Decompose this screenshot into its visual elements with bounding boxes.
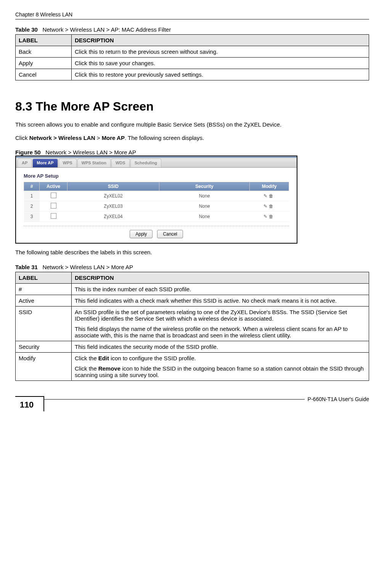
figure50-title: Network > Wireless LAN > More AP: [45, 149, 136, 156]
panel-title: More AP Setup: [24, 173, 289, 179]
table30: LABEL DESCRIPTION Back Click this to ret…: [15, 34, 369, 80]
text-fragment: Click the: [75, 355, 98, 361]
row-security: None: [159, 191, 249, 201]
table31-title: Network > Wireless LAN > More AP: [42, 264, 133, 270]
table31-label: #: [16, 283, 72, 295]
checkbox[interactable]: [51, 193, 56, 198]
table30-number: Table 30: [15, 26, 38, 33]
table30-label: Cancel: [16, 69, 72, 80]
row-index: 1: [24, 191, 40, 201]
table-row: Active This field indicates with a check…: [16, 295, 369, 306]
tab-more-ap[interactable]: More AP: [32, 159, 58, 167]
checkbox[interactable]: [51, 203, 56, 209]
col-modify: Modify: [250, 182, 289, 191]
modify-cell: ✎🗑: [250, 191, 289, 201]
col-ssid: SSID: [67, 182, 159, 191]
col-security: Security: [159, 182, 249, 191]
row-index: 3: [24, 212, 40, 222]
table30-desc: Click this to restore your previously sa…: [72, 69, 369, 80]
section-title: 8.3 The More AP Screen: [15, 100, 369, 114]
cancel-button[interactable]: Cancel: [157, 230, 183, 238]
table31-desc: Click the Edit icon to configure the SSI…: [72, 352, 369, 380]
text-fragment: icon to configure the SSID profile.: [109, 355, 196, 361]
row-index: 2: [24, 201, 40, 212]
row-security: None: [159, 201, 249, 212]
row-security: None: [159, 212, 249, 222]
tab-bar: AP More AP WPS WPS Station WDS Schedulin…: [16, 158, 297, 168]
active-checkbox-cell: [40, 212, 67, 222]
table30-label: Apply: [16, 58, 72, 69]
table31-number: Table 31: [15, 264, 38, 270]
col-active: Active: [40, 182, 67, 191]
table30-label: Back: [16, 46, 72, 58]
remove-icon[interactable]: 🗑: [269, 193, 275, 199]
tab-wds[interactable]: WDS: [111, 159, 130, 167]
text-paragraph: Click the Remove icon to hide the SSID i…: [75, 365, 366, 378]
tab-scheduling[interactable]: Scheduling: [130, 159, 161, 167]
table31-desc: This field indicates with a check mark w…: [72, 295, 369, 306]
table31-desc: This is the index number of each SSID pr…: [72, 283, 369, 295]
figure50-number: Figure 50: [15, 149, 41, 156]
text-bold: Network > Wireless LAN: [29, 135, 95, 141]
table31-desc: An SSID profile is the set of parameters…: [72, 306, 369, 341]
text-paragraph: This field displays the name of the wire…: [75, 326, 366, 339]
text-fragment: Click the: [75, 365, 98, 372]
checkbox[interactable]: [51, 213, 56, 219]
more-ap-table: # Active SSID Security Modify 1 ZyXEL02 …: [24, 182, 289, 222]
edit-icon[interactable]: ✎: [263, 214, 269, 219]
table30-desc: Click this to save your changes.: [72, 58, 369, 69]
text-bold: Remove: [98, 365, 120, 372]
figure50-caption: Figure 50 Network > Wireless LAN > More …: [15, 149, 369, 156]
edit-icon[interactable]: ✎: [263, 204, 269, 209]
apply-button[interactable]: Apply: [130, 230, 153, 238]
remove-icon[interactable]: 🗑: [269, 214, 275, 219]
text-fragment: >: [95, 135, 102, 141]
text-paragraph: An SSID profile is the set of parameters…: [75, 309, 366, 322]
row-ssid: ZyXEL03: [67, 201, 159, 212]
text-bold: More AP: [102, 135, 125, 141]
table31-header-desc: DESCRIPTION: [72, 272, 369, 283]
modify-cell: ✎🗑: [250, 201, 289, 212]
footer-guide: P-660N-T1A User's Guide: [305, 396, 369, 402]
table31: LABEL DESCRIPTION # This is the index nu…: [15, 272, 369, 381]
row-ssid: ZyXEL04: [67, 212, 159, 222]
table-row: Apply Click this to save your changes.: [16, 58, 369, 69]
active-checkbox-cell: [40, 191, 67, 201]
table31-label: SSID: [16, 306, 72, 341]
table31-label: Security: [16, 341, 72, 352]
table-row: SSID An SSID profile is the set of param…: [16, 306, 369, 341]
table31-caption: Table 31 Network > Wireless LAN > More A…: [15, 264, 369, 270]
edit-icon[interactable]: ✎: [263, 193, 269, 199]
text-fragment: Click: [15, 135, 29, 141]
chapter-heading: Chapter 8 Wireless LAN: [15, 11, 72, 18]
tab-ap[interactable]: AP: [18, 159, 32, 167]
text-fragment: . The following screen displays.: [125, 135, 204, 141]
section-paragraph-1: This screen allows you to enable and con…: [15, 120, 369, 129]
table-row: 3 ZyXEL04 None ✎🗑: [24, 212, 289, 222]
more-ap-screenshot: AP More AP WPS WPS Station WDS Schedulin…: [15, 156, 297, 244]
page-number: 110: [15, 396, 44, 411]
table-row: 1 ZyXEL02 None ✎🗑: [24, 191, 289, 201]
text-paragraph: Click the Edit icon to configure the SSI…: [75, 355, 366, 361]
col-num: #: [24, 182, 40, 191]
tab-wps-station[interactable]: WPS Station: [77, 159, 111, 167]
table30-title: Network > Wireless LAN > AP: MAC Address…: [42, 26, 171, 33]
table-row: # This is the index number of each SSID …: [16, 283, 369, 295]
table-row: Cancel Click this to restore your previo…: [16, 69, 369, 80]
row-ssid: ZyXEL02: [67, 191, 159, 201]
remove-icon[interactable]: 🗑: [269, 204, 275, 209]
table-row: Back Click this to return to the previou…: [16, 46, 369, 58]
table31-label: Modify: [16, 352, 72, 380]
tab-wps[interactable]: WPS: [59, 159, 77, 167]
table-row: Security This field indicates the securi…: [16, 341, 369, 352]
table30-header-label: LABEL: [16, 35, 72, 46]
table30-desc: Click this to return to the previous scr…: [72, 46, 369, 58]
table-row: Modify Click the Edit icon to configure …: [16, 352, 369, 380]
table30-header-desc: DESCRIPTION: [72, 35, 369, 46]
table31-label: Active: [16, 295, 72, 306]
table30-caption: Table 30 Network > Wireless LAN > AP: MA…: [15, 26, 369, 33]
text-bold: Edit: [98, 355, 109, 361]
table-row: 2 ZyXEL03 None ✎🗑: [24, 201, 289, 212]
after-figure-text: The following table describes the labels…: [15, 248, 369, 257]
table31-desc: This field indicates the security mode o…: [72, 341, 369, 352]
